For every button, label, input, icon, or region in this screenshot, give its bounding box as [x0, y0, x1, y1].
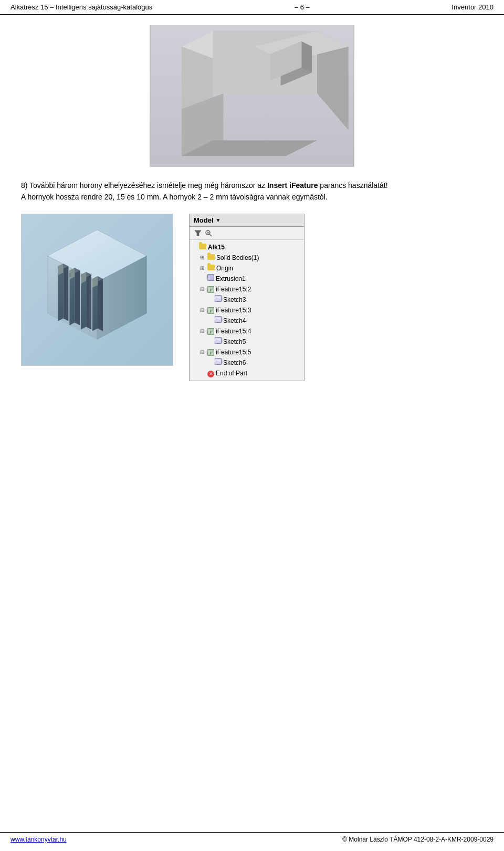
top-3d-svg	[150, 26, 354, 166]
tree-item-ifeature152-label: iFeature15:2	[216, 285, 251, 294]
text-bold: Insert iFeature	[267, 181, 318, 190]
ifeature152-icon: i	[207, 285, 214, 294]
tree-item-origin-label: Origin	[216, 264, 233, 273]
filter-icon[interactable]	[194, 229, 202, 237]
ifeature155-expander: ⊟	[200, 348, 207, 356]
tree-item-extrusion1-label: Extrusion1	[216, 274, 246, 283]
text-block: 8) További három horony elhelyezéséhez i…	[21, 180, 483, 203]
tree-item-origin[interactable]: ⊞ Origin	[190, 263, 304, 274]
tree-item-root[interactable]: Alk15	[190, 242, 304, 253]
ifeature155-icon: i	[207, 348, 214, 357]
tree-item-ifeature154[interactable]: ⊟ i iFeature15:4	[190, 326, 304, 337]
text-intro: 8) További három horony elhelyezéséhez i…	[21, 181, 267, 190]
tree-item-end-of-part[interactable]: ✕ End of Part	[190, 368, 304, 379]
bottom-section: Model ▼	[21, 214, 483, 381]
bottom-3d-image	[21, 214, 173, 366]
sketch5-icon	[215, 337, 222, 346]
tree-item-ifeature154-label: iFeature15:4	[216, 327, 251, 336]
tree-item-sketch5[interactable]: Sketch5	[190, 337, 304, 347]
svg-marker-10	[301, 41, 312, 73]
tree-item-sketch6-label: Sketch6	[223, 358, 246, 367]
tree-item-sketch4-label: Sketch4	[223, 316, 246, 325]
header-left-text: Alkatrész 15 – Intelligens sajátosság-ka…	[10, 3, 152, 11]
tree-item-ifeature155-label: iFeature15:5	[216, 348, 251, 357]
ifeature154-icon: i	[207, 327, 214, 336]
top-3d-image	[150, 25, 354, 167]
root-folder-icon	[199, 243, 206, 252]
main-content: 8) További három horony elhelyezéséhez i…	[0, 15, 504, 392]
tree-item-extrusion1[interactable]: Extrusion1	[190, 274, 304, 284]
model-tree-panel: Model ▼	[189, 214, 304, 381]
tree-item-sketch4[interactable]: Sketch4	[190, 316, 304, 326]
origin-folder-icon	[207, 264, 215, 273]
end-of-part-icon: ✕	[207, 369, 214, 378]
model-tree-header: Model ▼	[190, 214, 304, 227]
tree-item-root-label: Alk15	[208, 243, 225, 252]
tree-item-sketch3[interactable]: Sketch3	[190, 295, 304, 305]
tree-item-solid-bodies[interactable]: ⊞ Solid Bodies(1)	[190, 253, 304, 263]
extrusion1-icon	[207, 274, 214, 283]
header-center-text: – 6 –	[295, 3, 310, 11]
tree-item-solid-bodies-label: Solid Bodies(1)	[216, 253, 259, 262]
page-header: Alkatrész 15 – Intelligens sajátosság-ka…	[0, 0, 504, 15]
solid-bodies-expander: ⊞	[200, 254, 207, 261]
tree-item-ifeature153-label: iFeature15:3	[216, 306, 251, 315]
tree-items-list: Alk15 ⊞ Solid Bodies(1) ⊞ Origin	[190, 240, 304, 381]
origin-expander: ⊞	[200, 264, 207, 272]
footer-link[interactable]: www.tankonyvtar.hu	[10, 836, 67, 843]
footer-copyright: © Molnár László TÁMOP 412-08-2-A-KMR-200…	[342, 836, 494, 843]
tree-item-ifeature152[interactable]: ⊟ i iFeature15:2	[190, 284, 304, 295]
tree-item-sketch5-label: Sketch5	[223, 337, 246, 346]
tree-item-ifeature155[interactable]: ⊟ i iFeature15:5	[190, 347, 304, 358]
tree-item-end-label: End of Part	[216, 369, 247, 378]
svg-line-34	[209, 234, 212, 236]
model-tree-toolbar	[190, 227, 304, 240]
svg-marker-20	[75, 268, 80, 325]
text-end: parancs használatát!	[318, 181, 387, 190]
svg-point-35	[207, 232, 209, 234]
ifeature154-expander: ⊟	[200, 327, 207, 335]
sketch3-icon	[215, 295, 222, 304]
tree-item-sketch3-label: Sketch3	[223, 295, 246, 304]
model-tree-title: Model	[194, 216, 214, 224]
model-dropdown-icon[interactable]: ▼	[216, 217, 221, 223]
sketch6-icon	[215, 358, 222, 367]
bottom-3d-svg	[22, 214, 173, 365]
text-second-line: A hornyok hossza rendre 20, 15 és 10 mm.…	[21, 193, 328, 201]
svg-marker-17	[63, 264, 68, 321]
svg-marker-26	[98, 276, 103, 331]
ifeature152-expander: ⊟	[200, 285, 207, 293]
solid-bodies-folder-icon	[207, 253, 215, 262]
ifeature153-icon: i	[207, 306, 214, 315]
top-image-container	[21, 25, 483, 167]
page-footer: www.tankonyvtar.hu © Molnár László TÁMOP…	[0, 832, 504, 843]
tree-item-sketch6[interactable]: Sketch6	[190, 358, 304, 368]
svg-marker-23	[86, 272, 91, 329]
header-right-text: Inventor 2010	[452, 3, 494, 11]
search-icon[interactable]	[204, 229, 213, 237]
sketch4-icon	[215, 316, 222, 325]
ifeature153-expander: ⊟	[200, 306, 207, 314]
tree-item-ifeature153[interactable]: ⊟ i iFeature15:3	[190, 305, 304, 316]
svg-marker-32	[195, 230, 201, 236]
